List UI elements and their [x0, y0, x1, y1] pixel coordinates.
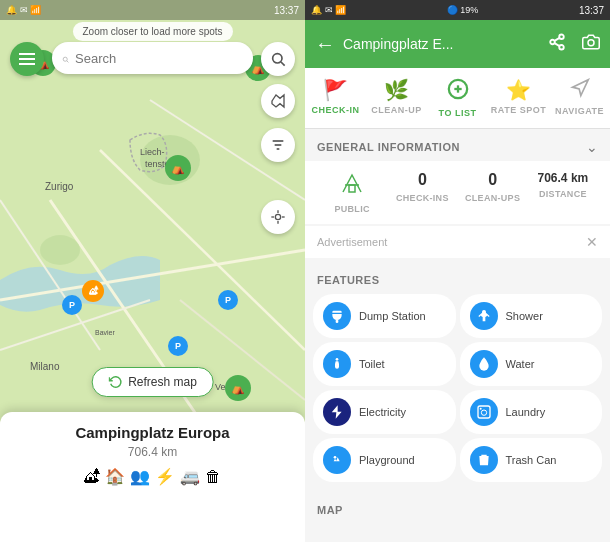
toilet-label: Toilet [359, 358, 385, 370]
stat-distance-label: DISTANCE [539, 189, 587, 199]
locate-button[interactable] [261, 200, 295, 234]
map-marker-p-1[interactable]: P [62, 295, 82, 315]
general-info-title: GENERAL INFORMATION [317, 141, 460, 153]
amenity-trash-icon: 🗑 [205, 468, 221, 486]
features-title: FEATURES [317, 274, 379, 286]
svg-line-20 [67, 61, 69, 63]
shower-icon [470, 302, 498, 330]
laundry-icon [470, 398, 498, 426]
tolist-label: TO LIST [439, 108, 477, 118]
feature-water[interactable]: Water [460, 342, 603, 386]
water-label: Water [506, 358, 535, 370]
shower-label: Shower [506, 310, 543, 322]
cleanup-label: CLEAN-UP [371, 105, 422, 115]
map-marker-camping-2[interactable]: ⛺ [165, 155, 191, 181]
ad-close-button[interactable]: ✕ [586, 234, 598, 250]
location-card[interactable]: Campingplatz Europa 706.4 km 🏕 🏠 👥 ⚡ 🚐 🗑 [0, 412, 305, 542]
svg-marker-41 [572, 80, 588, 96]
svg-text:Bavier: Bavier [95, 329, 116, 336]
svg-point-46 [336, 358, 339, 361]
share-button[interactable] [548, 33, 566, 55]
tab-tolist[interactable]: TO LIST [427, 74, 488, 122]
feature-shower[interactable]: Shower [460, 294, 603, 338]
feature-dump-station[interactable]: Dump Station [313, 294, 456, 338]
svg-point-33 [550, 40, 555, 45]
ad-label: Advertisement [317, 236, 387, 248]
svg-point-37 [588, 40, 594, 46]
tab-navigate[interactable]: NAVIGATE [549, 74, 610, 122]
svg-rect-17 [19, 58, 35, 60]
refresh-button[interactable]: Refresh map [91, 367, 214, 397]
left-status-time: 13:37 [274, 5, 299, 16]
feature-laundry[interactable]: Laundry [460, 390, 603, 434]
svg-point-27 [275, 214, 280, 219]
search-bar[interactable] [52, 42, 253, 74]
detail-panel: 🔔 ✉ 📶 🔵 19% 13:37 ← Campingplatz E... � [305, 0, 610, 542]
stat-cleanups-value: 0 [488, 171, 497, 189]
svg-rect-16 [19, 53, 35, 55]
svg-line-36 [554, 38, 559, 41]
trash-can-label: Trash Can [506, 454, 557, 466]
stat-checkins: 0 CHECK-INS [387, 171, 457, 214]
advertisement-bar: Advertisement ✕ [305, 226, 610, 258]
tab-checkin[interactable]: 🚩 CHECK-IN [305, 74, 366, 122]
left-status-icons: 🔔 ✉ 📶 [6, 5, 41, 15]
stat-public-label: PUBLIC [334, 204, 369, 214]
dump-station-label: Dump Station [359, 310, 426, 322]
playground-label: Playground [359, 454, 415, 466]
detail-header: ← Campingplatz E... [305, 20, 610, 68]
feature-trash-can[interactable]: Trash Can [460, 438, 603, 482]
stat-cleanups: 0 CLEAN-UPS [458, 171, 528, 214]
amenity-lightning-icon: ⚡ [155, 467, 175, 486]
map-search-button[interactable] [261, 42, 295, 76]
map-marker-tent-1[interactable]: 🏕 [82, 280, 104, 302]
map-marker-p-3[interactable]: P [168, 336, 188, 356]
right-battery: 🔵 19% [447, 5, 479, 15]
svg-point-21 [273, 54, 282, 63]
feature-toilet[interactable]: Toilet [313, 342, 456, 386]
right-status-icons: 🔔 ✉ 📶 [311, 5, 346, 15]
svg-line-35 [554, 43, 559, 46]
stat-distance-value: 706.4 km [538, 171, 589, 185]
general-info-chevron[interactable]: ⌄ [586, 139, 598, 155]
map-marker-p-2[interactable]: P [218, 290, 238, 310]
stat-distance: 706.4 km DISTANCE [528, 171, 598, 214]
tab-cleanup[interactable]: 🌿 CLEAN-UP [366, 74, 427, 122]
hamburger-button[interactable] [10, 42, 44, 76]
features-grid: Dump Station Shower Toilet [305, 294, 610, 490]
tab-ratespot[interactable]: ⭐ RATE SPOT [488, 74, 549, 122]
amenity-people-icon: 👥 [130, 467, 150, 486]
svg-text:Milano: Milano [30, 361, 60, 372]
stat-cleanups-label: CLEAN-UPS [465, 193, 520, 203]
svg-text:Liech-: Liech- [140, 147, 165, 157]
svg-point-9 [40, 235, 80, 265]
electricity-icon [323, 398, 351, 426]
search-icon [62, 49, 69, 67]
detail-title: Campingplatz E... [343, 36, 532, 52]
camera-button[interactable] [582, 33, 600, 55]
svg-rect-44 [336, 320, 339, 323]
trash-can-icon [470, 446, 498, 474]
search-input[interactable] [75, 51, 243, 66]
amenity-cabin-icon: 🏠 [105, 467, 125, 486]
map-marker-camping-3[interactable]: ⛺ [225, 375, 251, 401]
ratespot-label: RATE SPOT [491, 105, 546, 115]
map-type-button[interactable] [261, 84, 295, 118]
stat-checkins-label: CHECK-INS [396, 193, 449, 203]
playground-icon [323, 446, 351, 474]
card-title: Campingplatz Europa [75, 424, 229, 441]
feature-playground[interactable]: Playground [313, 438, 456, 482]
svg-point-34 [559, 45, 564, 50]
feature-electricity[interactable]: Electricity [313, 390, 456, 434]
electricity-label: Electricity [359, 406, 406, 418]
filter-button[interactable] [261, 128, 295, 162]
general-info-header: GENERAL INFORMATION ⌄ [305, 129, 610, 161]
amenity-tent-icon: 🏕 [84, 468, 100, 486]
card-distance: 706.4 km [128, 445, 177, 459]
svg-point-49 [479, 408, 481, 410]
svg-point-50 [334, 456, 337, 459]
back-button[interactable]: ← [315, 33, 335, 56]
stats-row: PUBLIC 0 CHECK-INS 0 CLEAN-UPS 706.4 km … [305, 161, 610, 224]
svg-rect-47 [478, 406, 490, 418]
navigate-label: NAVIGATE [555, 106, 604, 116]
